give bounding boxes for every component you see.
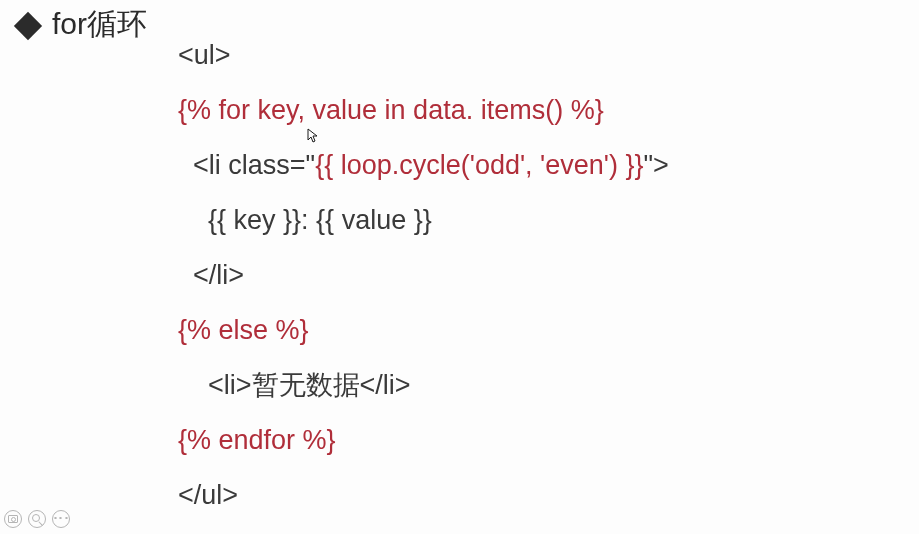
slide-heading: for循环 bbox=[18, 4, 147, 45]
code-line-3c: "> bbox=[643, 150, 668, 180]
code-line-8: {% endfor %} bbox=[178, 427, 669, 454]
code-line-4: {{ key }}: {{ value }} bbox=[178, 207, 669, 234]
heading-text: for循环 bbox=[52, 4, 147, 45]
search-icon[interactable] bbox=[28, 510, 46, 528]
code-line-3: <li class="{{ loop.cycle('odd', 'even') … bbox=[178, 152, 669, 179]
code-line-3b: {{ loop.cycle('odd', 'even') }} bbox=[315, 150, 643, 180]
code-line-9: </ul> bbox=[178, 482, 669, 509]
code-line-3a: <li class=" bbox=[178, 150, 315, 180]
more-icon[interactable]: ∘∘∘ bbox=[52, 510, 70, 528]
code-line-6: {% else %} bbox=[178, 317, 669, 344]
diamond-bullet-icon bbox=[14, 11, 42, 39]
code-line-5: </li> bbox=[178, 262, 669, 289]
code-line-1: <ul> bbox=[178, 42, 669, 69]
bottom-toolbar: ∘∘∘ bbox=[4, 510, 70, 528]
camera-icon[interactable] bbox=[4, 510, 22, 528]
code-line-2: {% for key, value in data. items() %} bbox=[178, 97, 669, 124]
code-line-7: <li>暂无数据</li> bbox=[178, 372, 669, 399]
code-block: <ul> {% for key, value in data. items() … bbox=[178, 42, 669, 509]
